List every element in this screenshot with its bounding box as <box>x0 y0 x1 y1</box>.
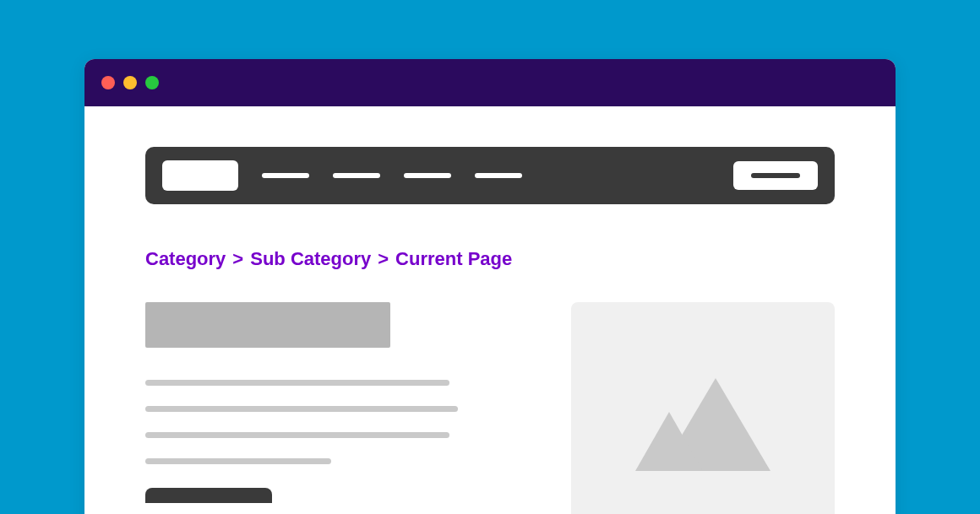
text-line <box>145 458 331 464</box>
breadcrumb-category[interactable]: Category <box>145 248 226 270</box>
window-close-button[interactable] <box>101 76 115 89</box>
text-line <box>145 406 458 412</box>
text-line <box>145 432 449 438</box>
action-button-placeholder[interactable] <box>145 488 272 503</box>
mountain-icon <box>623 374 783 475</box>
heading-placeholder <box>145 302 390 348</box>
navbar <box>145 147 835 204</box>
paragraph-placeholder <box>145 380 531 464</box>
nav-link-3[interactable] <box>404 173 451 178</box>
nav-link-1[interactable] <box>262 173 309 178</box>
browser-content: Category > Sub Category > Current Page <box>84 106 896 514</box>
image-placeholder <box>571 302 835 514</box>
nav-link-2[interactable] <box>333 173 380 178</box>
window-maximize-button[interactable] <box>145 76 159 89</box>
breadcrumb: Category > Sub Category > Current Page <box>145 248 835 270</box>
nav-cta-button[interactable] <box>733 161 818 190</box>
breadcrumb-current: Current Page <box>395 248 512 270</box>
nav-logo[interactable] <box>162 160 238 191</box>
nav-cta-label-placeholder <box>751 173 800 178</box>
content-main <box>145 302 531 514</box>
breadcrumb-separator: > <box>378 248 389 270</box>
browser-titlebar <box>84 59 896 106</box>
breadcrumb-separator: > <box>232 248 243 270</box>
text-line <box>145 380 449 386</box>
breadcrumb-subcategory[interactable]: Sub Category <box>250 248 371 270</box>
browser-window: Category > Sub Category > Current Page <box>84 59 896 514</box>
nav-link-4[interactable] <box>475 173 522 178</box>
content-area <box>145 302 835 514</box>
window-minimize-button[interactable] <box>123 76 137 89</box>
